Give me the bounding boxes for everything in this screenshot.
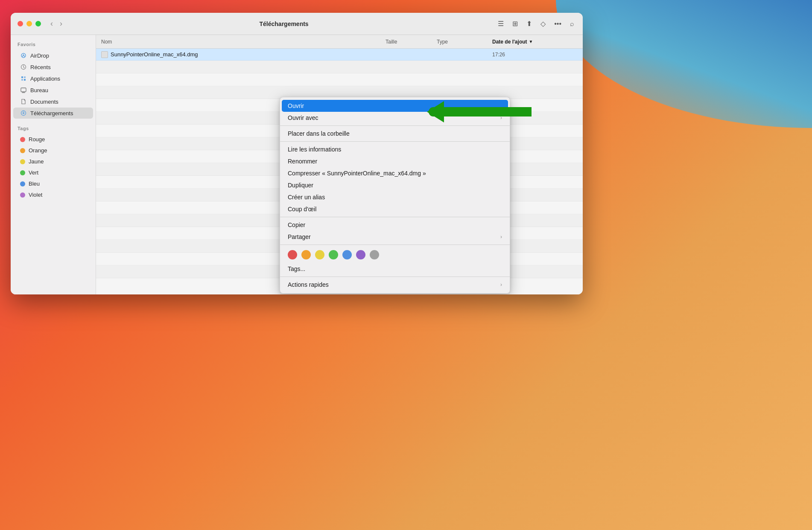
- vert-label: Vert: [29, 169, 38, 176]
- sidebar-item-rouge[interactable]: Rouge: [13, 134, 93, 145]
- ctx-coup-oeil[interactable]: Coup d'œil: [280, 203, 510, 215]
- sidebar-item-jaune[interactable]: Jaune: [13, 156, 93, 167]
- maximize-button[interactable]: [35, 21, 41, 26]
- svg-point-1: [23, 54, 24, 55]
- file-list-area: Nom Taille Type Date de l'ajout ▼ SunnyP…: [96, 35, 583, 294]
- ctx-compresser[interactable]: Compresser « SunnyPointerOnline_mac_x64.…: [280, 167, 510, 179]
- sidebar-item-recents[interactable]: Récents: [13, 61, 93, 73]
- share-icon[interactable]: ⬆: [525, 18, 534, 29]
- column-headers: Nom Taille Type Date de l'ajout ▼: [96, 35, 583, 49]
- rouge-label: Rouge: [29, 136, 45, 143]
- ctx-tags-text: Tags...: [288, 265, 305, 272]
- jaune-dot: [20, 159, 25, 164]
- ctx-lire-infos[interactable]: Lire les informations: [280, 143, 510, 155]
- telechargements-label: Téléchargements: [30, 110, 73, 116]
- ctx-tags-label[interactable]: Tags...: [280, 263, 510, 275]
- file-thumbnail: [101, 51, 108, 58]
- sidebar-item-telechargements[interactable]: Téléchargements: [13, 108, 93, 119]
- table-row[interactable]: SunnyPointerOnline_mac_x64.dmg 17:26: [96, 49, 583, 61]
- ctx-tag-yellow[interactable]: [315, 250, 324, 259]
- ctx-coup-oeil-label: Coup d'œil: [288, 206, 316, 213]
- sidebar-item-vert[interactable]: Vert: [13, 167, 93, 178]
- recents-icon: [20, 64, 27, 70]
- list-view-icon[interactable]: ☰: [496, 18, 505, 29]
- ctx-tag-blue[interactable]: [342, 250, 352, 259]
- sidebar-spacer: [11, 119, 96, 126]
- sidebar-item-bleu[interactable]: Bleu: [13, 178, 93, 189]
- forward-button[interactable]: ›: [57, 17, 65, 30]
- ctx-actions-rapides-arrow: ›: [500, 282, 502, 288]
- close-button[interactable]: [18, 21, 23, 26]
- finder-window: ‹ › Téléchargements ☰ ⊞ ⬆ ◇ ••• ⌕ Favori…: [11, 13, 583, 294]
- orange-dot: [20, 148, 25, 153]
- file-date: 17:26: [492, 52, 578, 58]
- minimize-button[interactable]: [26, 21, 32, 26]
- sidebar-item-applications[interactable]: Applications: [13, 73, 93, 84]
- documents-icon: [20, 98, 27, 105]
- table-row[interactable]: [96, 61, 583, 73]
- title-bar: ‹ › Téléchargements ☰ ⊞ ⬆ ◇ ••• ⌕: [11, 13, 583, 35]
- col-date-header[interactable]: Date de l'ajout ▼: [492, 39, 578, 45]
- ctx-separator-5: [280, 277, 510, 277]
- sidebar-item-orange[interactable]: Orange: [13, 145, 93, 156]
- ctx-ouvrir-label: Ouvrir: [288, 102, 304, 109]
- search-icon[interactable]: ⌕: [568, 18, 576, 29]
- nav-buttons: ‹ ›: [48, 17, 65, 30]
- ctx-creer-alias[interactable]: Créer un alias: [280, 191, 510, 203]
- ctx-dupliquer-label: Dupliquer: [288, 182, 313, 189]
- ctx-actions-rapides[interactable]: Actions rapides ›: [280, 279, 510, 291]
- bleu-label: Bleu: [29, 181, 40, 187]
- main-content: Favoris AirDrop: [11, 35, 583, 294]
- jaune-label: Jaune: [29, 158, 44, 165]
- sidebar-item-airdrop[interactable]: AirDrop: [13, 50, 93, 61]
- ctx-tag-orange[interactable]: [301, 250, 311, 259]
- col-nom-header[interactable]: Nom: [101, 39, 386, 45]
- ctx-tag-gray[interactable]: [370, 250, 379, 259]
- traffic-lights: [18, 21, 41, 26]
- ctx-renommer[interactable]: Renommer: [280, 155, 510, 167]
- file-name: SunnyPointerOnline_mac_x64.dmg: [111, 51, 198, 58]
- sidebar: Favoris AirDrop: [11, 35, 96, 294]
- back-button[interactable]: ‹: [48, 17, 55, 30]
- window-title: Téléchargements: [72, 20, 496, 27]
- ctx-tag-purple[interactable]: [356, 250, 365, 259]
- sidebar-item-documents[interactable]: Documents: [13, 96, 93, 107]
- ctx-ouvrir-avec[interactable]: Ouvrir avec ›: [280, 112, 510, 124]
- telechargements-icon: [20, 110, 27, 116]
- col-type-header[interactable]: Type: [437, 39, 492, 45]
- ctx-copier[interactable]: Copier: [280, 219, 510, 231]
- ctx-corbeille[interactable]: Placer dans la corbeille: [280, 128, 510, 140]
- ctx-separator-3: [280, 217, 510, 217]
- violet-dot: [20, 192, 25, 198]
- ctx-corbeille-label: Placer dans la corbeille: [288, 130, 350, 137]
- documents-label: Documents: [30, 99, 58, 105]
- orange-label: Orange: [29, 147, 47, 154]
- table-row[interactable]: [96, 73, 583, 86]
- sidebar-item-bureau[interactable]: Bureau: [13, 84, 93, 96]
- ctx-tag-green[interactable]: [329, 250, 338, 259]
- col-taille-header[interactable]: Taille: [386, 39, 437, 45]
- applications-icon: [20, 75, 27, 82]
- favoris-section-label: Favoris: [11, 42, 96, 50]
- ctx-tag-red[interactable]: [288, 250, 297, 259]
- ctx-ouvrir[interactable]: Ouvrir: [282, 100, 508, 112]
- ctx-dupliquer[interactable]: Dupliquer: [280, 179, 510, 191]
- sidebar-item-violet[interactable]: Violet: [13, 189, 93, 200]
- vert-dot: [20, 170, 25, 175]
- more-icon[interactable]: •••: [552, 18, 563, 29]
- ctx-partager-arrow: ›: [500, 234, 502, 240]
- ctx-copier-label: Copier: [288, 221, 305, 228]
- ctx-separator-4: [280, 245, 510, 245]
- context-menu: Ouvrir Ouvrir avec › Placer dans la corb…: [280, 97, 510, 294]
- ctx-lire-infos-label: Lire les informations: [288, 146, 341, 153]
- applications-label: Applications: [30, 76, 60, 82]
- ctx-ouvrir-avec-label: Ouvrir avec: [288, 114, 318, 121]
- grid-view-icon[interactable]: ⊞: [511, 18, 520, 29]
- bureau-label: Bureau: [30, 87, 48, 93]
- tag-icon[interactable]: ◇: [539, 18, 547, 29]
- ctx-partager[interactable]: Partager ›: [280, 231, 510, 243]
- ctx-actions-rapides-label: Actions rapides: [288, 281, 329, 288]
- violet-label: Violet: [29, 192, 42, 198]
- ctx-separator-2: [280, 141, 510, 142]
- rouge-dot: [20, 137, 25, 142]
